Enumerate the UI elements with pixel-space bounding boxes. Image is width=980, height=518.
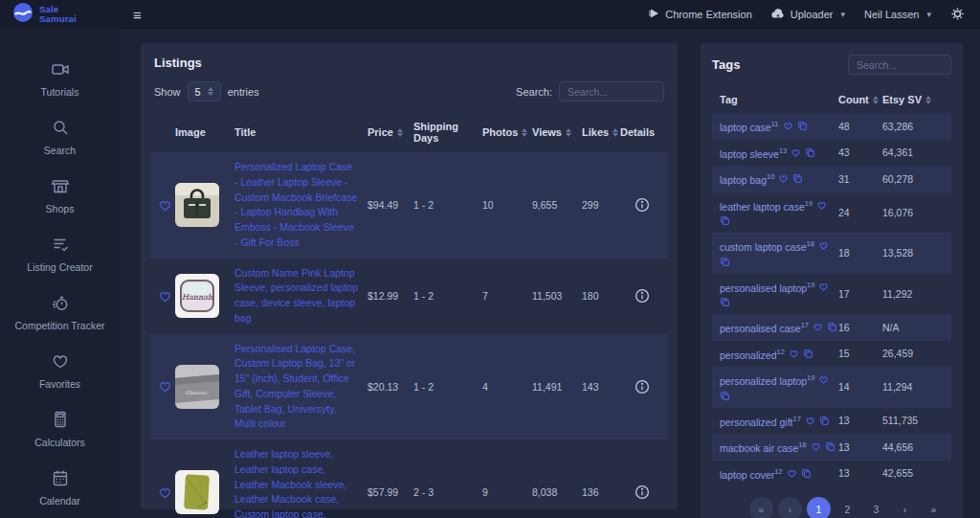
listing-image[interactable]: ·Glamour· — [175, 365, 219, 409]
hamburger-menu-icon[interactable]: ≡ — [133, 8, 142, 22]
favorite-heart-icon[interactable] — [816, 200, 827, 211]
listing-photos: 9 — [482, 486, 532, 498]
storefront-icon — [51, 176, 70, 195]
tag-etsy-sv: 11,292 — [882, 288, 944, 300]
stopwatch-icon — [51, 293, 70, 312]
user-menu[interactable]: Neil Lassen ▾ — [864, 9, 931, 20]
copy-icon[interactable] — [805, 147, 815, 158]
column-header-etsy-sv[interactable]: Etsy SV — [882, 94, 944, 105]
column-header-shipping-days[interactable]: Shipping Days — [413, 121, 482, 144]
sidebar-item-tutorials[interactable]: Tutorials — [0, 56, 120, 101]
tag-name: leather laptop case19 — [720, 199, 813, 213]
chevron-down-icon: ▾ — [840, 10, 845, 19]
copy-icon[interactable] — [720, 297, 730, 307]
tag-etsy-sv: 64,361 — [882, 146, 944, 158]
listing-price: $12.99 — [368, 290, 413, 302]
favorite-heart-icon[interactable] — [813, 322, 823, 332]
sidebar-item-favorites[interactable]: Favorites — [0, 348, 120, 394]
listing-title-link[interactable]: Custom Name Pink Laptop Sleeve, personal… — [234, 266, 368, 327]
listing-shipping-days: 2 - 3 — [413, 486, 482, 498]
tag-count: 13 — [838, 441, 882, 453]
column-header-views[interactable]: Views — [532, 126, 582, 138]
listing-title-link[interactable]: Personalised Laptop Case, Custom Laptop … — [234, 342, 368, 433]
tag-etsy-sv: 44,656 — [882, 441, 944, 453]
favorite-heart-icon[interactable] — [818, 240, 829, 251]
copy-icon[interactable] — [825, 441, 835, 452]
tags-search-input[interactable] — [848, 55, 951, 75]
column-header-tag[interactable]: Tag — [720, 94, 838, 105]
favorite-heart-icon[interactable] — [818, 282, 829, 292]
favorite-heart-icon[interactable] — [158, 379, 172, 394]
sidebar-item-calculators[interactable]: Calculators — [0, 406, 120, 452]
sort-icon — [522, 128, 527, 137]
favorite-heart-icon[interactable] — [791, 147, 801, 158]
sidebar-item-label: Favorites — [39, 378, 80, 390]
tag-name: laptop bag10 — [720, 172, 774, 186]
tag-etsy-sv: 511,735 — [882, 415, 944, 426]
tags-table-header: Tag Count Etsy SV — [712, 86, 951, 113]
copy-icon[interactable] — [819, 416, 830, 426]
listing-image[interactable] — [175, 470, 219, 514]
favorite-heart-icon[interactable] — [783, 121, 793, 131]
column-header-likes[interactable]: Likes — [582, 126, 620, 138]
pagination-page-2-button[interactable]: 2 — [835, 497, 859, 518]
sidebar-item-shops[interactable]: Shops — [0, 172, 120, 218]
listing-price: $94.49 — [368, 199, 413, 211]
sidebar: Tutorials Search Shops Listing Creator C… — [0, 29, 120, 518]
tag-count: 18 — [838, 247, 882, 259]
column-header-count[interactable]: Count — [838, 94, 882, 105]
info-icon[interactable] — [635, 288, 650, 304]
app-logo[interactable]: SaleSamurai — [0, 2, 120, 27]
chrome-extension-button[interactable]: Chrome Extension — [648, 8, 752, 21]
favorite-heart-icon[interactable] — [158, 198, 172, 213]
pagination-first-button[interactable]: « — [749, 497, 773, 518]
tags-table-body: laptop case11 48 63,286 laptop sleeve13 … — [712, 113, 951, 486]
pagination-page-1-button[interactable]: 1 — [807, 497, 831, 518]
column-header-image[interactable]: Image — [175, 126, 234, 138]
favorite-heart-icon[interactable] — [811, 441, 821, 452]
column-header-photos[interactable]: Photos — [482, 126, 532, 138]
svg-text:Hannah: Hannah — [182, 293, 213, 302]
listing-image[interactable]: Hannah — [175, 274, 219, 318]
copy-icon[interactable] — [720, 257, 730, 267]
copy-icon[interactable] — [801, 468, 812, 479]
sidebar-item-competition-tracker[interactable]: Competition Tracker — [0, 289, 120, 335]
column-header-details[interactable]: Details — [620, 126, 664, 138]
chrome-extension-label: Chrome Extension — [665, 9, 752, 20]
listing-likes: 143 — [582, 381, 620, 393]
column-header-title[interactable]: Title — [234, 126, 368, 138]
pagination-last-button[interactable]: » — [922, 497, 946, 518]
info-icon[interactable] — [635, 484, 650, 500]
copy-icon[interactable] — [803, 349, 813, 359]
uploader-dropdown[interactable]: Uploader ▾ — [771, 9, 845, 21]
favorite-heart-icon[interactable] — [158, 485, 172, 500]
favorite-heart-icon[interactable] — [818, 374, 829, 385]
favorite-heart-icon[interactable] — [158, 289, 172, 304]
entries-per-page-select[interactable]: 5 — [188, 81, 221, 101]
copy-icon[interactable] — [720, 391, 730, 401]
column-header-price[interactable]: Price — [368, 126, 413, 138]
copy-icon[interactable] — [792, 173, 803, 184]
favorite-heart-icon[interactable] — [805, 416, 815, 426]
sidebar-item-calendar[interactable]: Calendar — [0, 464, 120, 510]
listings-search-input[interactable] — [559, 81, 664, 101]
settings-button[interactable] — [950, 7, 965, 23]
copy-icon[interactable] — [720, 215, 730, 226]
table-row: Hannah Custom Name Pink Laptop Sleeve, p… — [150, 259, 668, 334]
favorite-heart-icon[interactable] — [789, 349, 799, 359]
listing-title-link[interactable]: Personalized Laptop Case - Leather Lapto… — [234, 160, 368, 251]
copy-icon[interactable] — [797, 121, 808, 131]
logo-text: SaleSamurai — [39, 5, 77, 24]
info-icon[interactable] — [635, 197, 650, 213]
pagination-page-3-button[interactable]: 3 — [864, 497, 888, 518]
pagination-prev-button[interactable]: ‹ — [778, 497, 802, 518]
sidebar-item-listing-creator[interactable]: Listing Creator — [0, 231, 120, 277]
favorite-heart-icon[interactable] — [778, 173, 789, 184]
listing-image[interactable] — [175, 183, 219, 227]
pagination-next-button[interactable]: › — [893, 497, 917, 518]
listing-title-link[interactable]: Leather laptop sleeve, Leather laptop ca… — [234, 447, 368, 518]
favorite-heart-icon[interactable] — [787, 468, 797, 479]
sidebar-item-search[interactable]: Search — [0, 114, 120, 160]
info-icon[interactable] — [635, 379, 650, 394]
copy-icon[interactable] — [827, 322, 837, 332]
